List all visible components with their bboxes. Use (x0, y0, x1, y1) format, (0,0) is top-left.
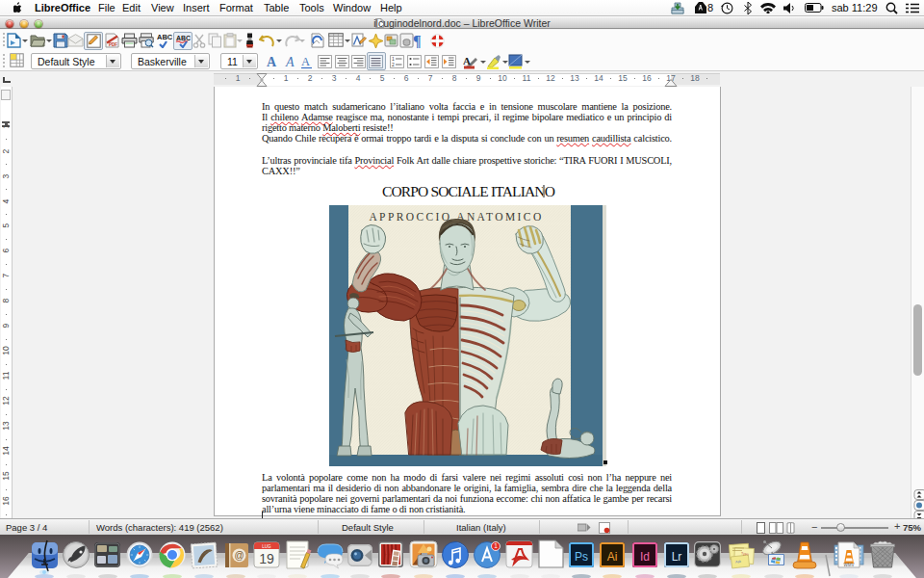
svg-text:ABC: ABC (176, 35, 191, 41)
svg-text:@: @ (234, 550, 244, 561)
svg-text:A: A (267, 55, 277, 69)
svg-text:A: A (301, 55, 310, 68)
svg-text:WMV: WMV (844, 563, 855, 567)
svg-text:A: A (463, 55, 471, 66)
svg-text:1: 1 (494, 542, 498, 549)
svg-text:LUG: LUG (262, 544, 271, 549)
svg-text:Lr: Lr (672, 550, 682, 564)
svg-text:ABC: ABC (157, 33, 172, 41)
svg-text:Id: Id (640, 550, 650, 564)
svg-text:Ps: Ps (575, 550, 588, 564)
svg-text:19: 19 (259, 551, 274, 566)
svg-text:Ai: Ai (607, 550, 618, 564)
svg-text:Typo: Typo (741, 552, 749, 556)
svg-text:Ask: Ask (735, 560, 741, 565)
svg-text:PDF: PDF (109, 42, 117, 47)
svg-text:¶: ¶ (413, 33, 422, 48)
svg-text:A: A (285, 55, 295, 69)
svg-text:2: 2 (392, 62, 395, 67)
